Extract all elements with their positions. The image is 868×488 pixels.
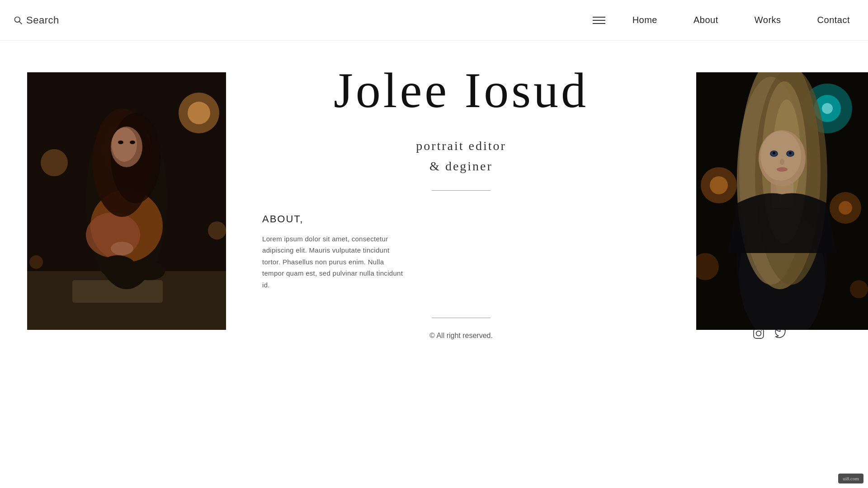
hero-title: Jolee Iosud [334,63,589,118]
nav-item-home[interactable]: Home [632,15,657,25]
search-trigger[interactable]: Search [14,14,59,26]
right-portrait-photo [696,72,868,330]
hamburger-menu[interactable] [593,17,605,24]
hamburger-line-1 [593,17,605,18]
svg-rect-57 [696,72,868,330]
nav-item-about[interactable]: About [693,15,718,25]
svg-rect-24 [754,328,764,338]
nav-item-works[interactable]: Works [755,15,781,25]
search-icon [14,16,23,25]
hamburger-line-2 [593,20,605,21]
divider-bottom [432,318,491,318]
hamburger-line-3 [593,23,605,24]
left-portrait-photo [27,72,226,330]
center-content: Jolee Iosud portrait editor & deginer AB… [226,41,696,358]
about-section: ABOUT, Lorem ipsum dolor sit amet, conse… [262,213,407,291]
hero-subtitle: portrait editor & deginer [416,136,506,177]
watermark-badge: ui8.com [838,474,863,483]
svg-line-1 [19,21,22,24]
svg-point-25 [756,331,761,336]
divider-top [432,190,491,191]
svg-point-26 [761,330,762,331]
search-label: Search [26,14,59,26]
site-header: Search Home About Works Contact [0,0,868,41]
main-nav: Home About Works Contact [632,15,850,25]
main-content: Jolee Iosud portrait editor & deginer AB… [0,41,868,488]
subtitle-line1: portrait editor [416,139,506,153]
svg-point-0 [15,17,20,22]
nav-item-contact[interactable]: Contact [817,15,850,25]
about-body-text: Lorem ipsum dolor sit amet, consectetur … [262,233,407,291]
svg-rect-23 [27,72,226,330]
footer-copyright: © All right reserved. [429,332,493,340]
subtitle-line2: & deginer [429,159,493,173]
about-heading: ABOUT, [262,213,407,225]
